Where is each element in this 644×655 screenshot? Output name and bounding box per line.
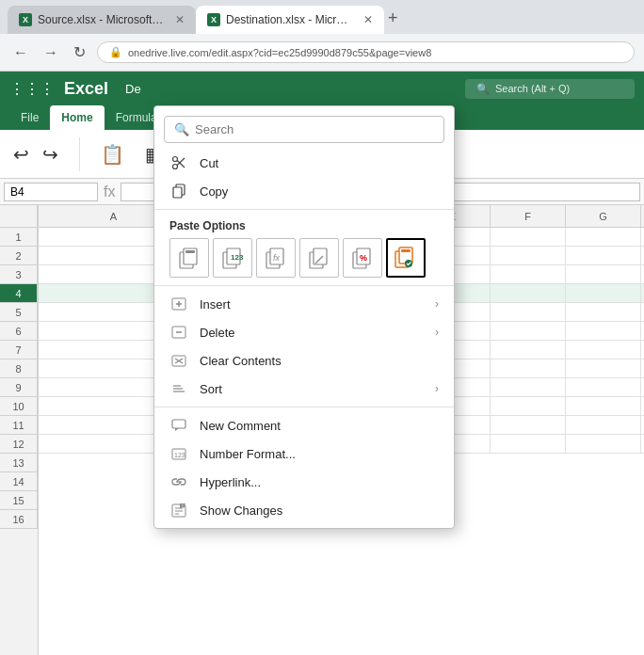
- context-search-box[interactable]: 🔍: [164, 116, 444, 143]
- context-item-insert[interactable]: Insert ›: [154, 290, 454, 318]
- context-search-input[interactable]: [195, 122, 434, 136]
- paste-plain-button[interactable]: [169, 238, 209, 278]
- delete-label: Delete: [200, 326, 424, 340]
- separator-3: [154, 407, 454, 407]
- delete-icon: [169, 325, 188, 340]
- insert-chevron: ›: [435, 297, 439, 311]
- paste-special-button[interactable]: [386, 238, 426, 278]
- cut-label: Cut: [200, 156, 439, 170]
- changes-icon: 123: [169, 503, 188, 518]
- context-menu: 🔍 Cut Copy Paste Options: [153, 105, 455, 529]
- insert-icon: [169, 296, 188, 312]
- paste-options-section: Paste Options 123: [154, 214, 454, 281]
- link-icon: [169, 474, 188, 489]
- svg-text:123: 123: [231, 253, 244, 262]
- copy-label: Copy: [200, 184, 439, 199]
- separator-2: [154, 285, 454, 286]
- search-icon: 🔍: [174, 122, 189, 136]
- context-item-copy[interactable]: Copy: [154, 177, 454, 205]
- paste-icons-row: 123 fx: [169, 238, 439, 278]
- svg-text:123: 123: [174, 452, 185, 458]
- sort-chevron: ›: [435, 382, 439, 395]
- insert-label: Insert: [200, 297, 424, 312]
- context-item-show-changes[interactable]: 123 Show Changes: [154, 496, 454, 524]
- paste-formula-button[interactable]: fx: [256, 238, 296, 278]
- sort-label: Sort: [200, 382, 424, 396]
- paste-values-button[interactable]: 123: [213, 238, 252, 278]
- context-item-delete[interactable]: Delete ›: [154, 318, 454, 346]
- scissors-icon: [169, 155, 188, 170]
- svg-rect-8: [185, 250, 195, 253]
- context-item-comment[interactable]: New Comment: [154, 411, 454, 439]
- sort-icon: [169, 381, 188, 396]
- hyperlink-label: Hyperlink...: [200, 475, 439, 489]
- number-format-icon: 123: [169, 446, 188, 461]
- svg-point-23: [405, 260, 412, 267]
- svg-point-1: [173, 157, 178, 162]
- context-item-clear[interactable]: Clear Contents: [154, 346, 454, 375]
- cursor-indicator: [418, 270, 426, 278]
- svg-point-0: [173, 165, 178, 169]
- show-changes-label: Show Changes: [200, 503, 439, 518]
- separator-1: [154, 209, 454, 210]
- svg-rect-35: [172, 420, 185, 428]
- context-item-sort[interactable]: Sort ›: [154, 375, 454, 403]
- paste-options-label: Paste Options: [169, 219, 439, 232]
- context-item-cut[interactable]: Cut: [154, 149, 454, 177]
- svg-text:%: %: [360, 253, 367, 263]
- context-item-hyperlink[interactable]: Hyperlink...: [154, 468, 454, 496]
- svg-text:fx: fx: [273, 253, 281, 263]
- copy-icon: [169, 184, 188, 199]
- svg-rect-22: [401, 249, 411, 252]
- clear-icon: [169, 353, 188, 368]
- svg-rect-5: [173, 187, 182, 198]
- comment-label: New Comment: [200, 419, 439, 433]
- paste-formatting-button[interactable]: %: [343, 238, 382, 278]
- context-menu-overlay: 🔍 Cut Copy Paste Options: [0, 0, 644, 655]
- clear-label: Clear Contents: [200, 354, 439, 368]
- svg-rect-16: [314, 248, 327, 264]
- number-format-label: Number Format...: [200, 447, 439, 461]
- comment-icon: [169, 418, 188, 433]
- svg-text:123: 123: [182, 503, 187, 509]
- delete-chevron: ›: [435, 326, 439, 339]
- context-item-number-format[interactable]: 123 Number Format...: [154, 439, 454, 468]
- paste-transpose-button[interactable]: [299, 238, 339, 278]
